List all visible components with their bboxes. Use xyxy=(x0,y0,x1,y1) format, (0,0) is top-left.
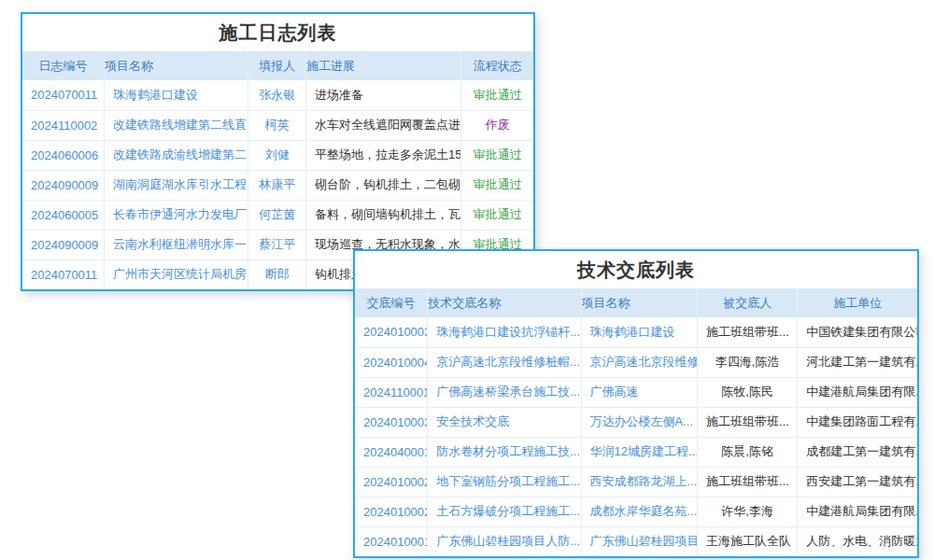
disclosure-name-cell-link[interactable]: 珠海鹤港口建设抗浮锚杆... xyxy=(428,317,581,347)
receivers-cell: 许华,李海 xyxy=(698,497,798,526)
project-name-cell-link[interactable]: 广州市天河区统计局机房... xyxy=(105,259,248,289)
table-row: 2024010001广东佛山碧桂园项目人防...广东佛山碧桂园项目王海施工队全队… xyxy=(355,526,917,556)
log-no-cell-link[interactable]: 2024090009 xyxy=(22,170,105,200)
table-row: 2024040001防水卷材分项工程施工技...华润12城房建工程...陈晨,陈… xyxy=(355,437,917,467)
reporter-cell-link[interactable]: 林康平 xyxy=(248,170,306,200)
project-name-cell-link[interactable]: 万达办公楼左侧A... xyxy=(581,407,698,437)
progress-cell: 水车对全线遮阳网覆盖点进... xyxy=(306,110,461,140)
table-row: 2024010002地下室钢筋分项工程施工...西安成都路龙湖上...施工班组带… xyxy=(355,467,917,497)
disclosure-name-cell-link[interactable]: 土石方爆破分项工程施工... xyxy=(428,497,581,526)
reporter-cell-link[interactable]: 蔡江平 xyxy=(248,230,306,259)
disclosure-name-cell-link[interactable]: 广佛高速桥梁承台施工技... xyxy=(428,377,581,407)
project-name-column-header: 项目名称 xyxy=(581,288,698,317)
flow-status-cell: 作废 xyxy=(461,110,533,140)
receivers-cell: 李四海,陈浩 xyxy=(698,347,798,377)
flow-status-cell: 审批通过 xyxy=(461,200,533,230)
receivers-cell: 陈晨,陈铭 xyxy=(698,437,798,467)
reporter-cell-link[interactable]: 断郎 xyxy=(248,259,306,289)
disclosure-no-cell-link[interactable]: 2024010004 xyxy=(355,347,428,377)
header-row: 交底编号技术交底名称项目名称被交底人施工单位 xyxy=(355,288,917,317)
project-name-cell-link[interactable]: 西安成都路龙湖上... xyxy=(581,467,698,497)
log-no-cell-link[interactable]: 2024060005 xyxy=(22,200,105,230)
log-no-column-header: 日志编号 xyxy=(22,51,105,80)
disclosure-name-column-header: 技术交底名称 xyxy=(428,288,581,317)
disclosure-no-cell-link[interactable]: 2024010003 xyxy=(355,317,428,347)
disclosure-no-cell-link[interactable]: 2024010003 xyxy=(355,407,428,437)
disclosure-no-cell-link[interactable]: 2024010002 xyxy=(355,467,428,497)
page: 施工日志列表 日志编号项目名称填报人施工进展流程状态2024070011珠海鹤港… xyxy=(0,0,934,560)
project-name-cell-link[interactable]: 长春市伊通河水力发电厂... xyxy=(105,200,248,230)
tech-disclosure-title: 技术交底列表 xyxy=(355,251,917,288)
project-name-cell-link[interactable]: 广东佛山碧桂园项目 xyxy=(581,526,698,556)
project-name-cell-link[interactable]: 湖南洞庭湖水库引水工程... xyxy=(105,170,248,200)
receivers-cell: 陈牧,陈民 xyxy=(698,377,798,407)
tech-disclosure-table: 交底编号技术交底名称项目名称被交底人施工单位2024010003珠海鹤港口建设抗… xyxy=(355,288,917,556)
table-row: 2024090009湖南洞庭湖水库引水工程...林康平砌台阶，钩机排土，二包砌.… xyxy=(22,170,533,200)
disclosure-name-cell-link[interactable]: 防水卷材分项工程施工技... xyxy=(428,437,581,467)
contractor-cell: 中国铁建集团有限公司 xyxy=(798,317,917,347)
project-name-cell-link[interactable]: 华润12城房建工程... xyxy=(581,437,698,467)
contractor-cell: 中建港航局集团有限... xyxy=(798,497,917,526)
construction-log-title: 施工日志列表 xyxy=(22,14,533,51)
log-no-cell-link[interactable]: 2024110002 xyxy=(22,110,105,140)
disclosure-name-cell-link[interactable]: 地下室钢筋分项工程施工... xyxy=(428,467,581,497)
receivers-cell: 施工班组带班... xyxy=(698,317,798,347)
flow-status-cell: 审批通过 xyxy=(461,140,533,170)
reporter-cell-link[interactable]: 刘健 xyxy=(248,140,306,170)
table-row: 2024010004京沪高速北京段维修桩帽...京沪高速北京段维修李四海,陈浩河… xyxy=(355,347,917,377)
contractor-cell: 西安建工第一建筑有... xyxy=(798,467,917,497)
project-name-cell-link[interactable]: 珠海鹤港口建设 xyxy=(581,317,698,347)
project-name-cell-link[interactable]: 广佛高速 xyxy=(581,377,698,407)
project-name-cell-link[interactable]: 成都水岸华庭名苑... xyxy=(581,497,698,526)
disclosure-no-cell-link[interactable]: 2024010002 xyxy=(355,497,428,526)
progress-cell: 进场准备 xyxy=(306,80,461,110)
receivers-cell: 施工班组带班... xyxy=(698,407,798,437)
contractor-cell: 人防、水电、消防暖通 xyxy=(798,526,917,556)
disclosure-name-cell-link[interactable]: 安全技术交底 xyxy=(428,407,581,437)
log-no-cell-link[interactable]: 2024060006 xyxy=(22,140,105,170)
flow-status-cell: 审批通过 xyxy=(461,170,533,200)
receivers-cell: 王海施工队全队 xyxy=(698,526,798,556)
header-row: 日志编号项目名称填报人施工进展流程状态 xyxy=(22,51,533,80)
reporter-cell-link[interactable]: 张永银 xyxy=(248,80,306,110)
disclosure-no-cell-link[interactable]: 2024040001 xyxy=(355,437,428,467)
table-row: 2024010003珠海鹤港口建设抗浮锚杆...珠海鹤港口建设施工班组带班...… xyxy=(355,317,917,347)
table-row: 2024060005长春市伊通河水力发电厂...何芷茵备料，砌间墙钩机排土，瓦.… xyxy=(22,200,533,230)
log-no-cell-link[interactable]: 2024070011 xyxy=(22,80,105,110)
progress-cell: 砌台阶，钩机排土，二包砌... xyxy=(306,170,461,200)
disclosure-no-cell-link[interactable]: 2024010001 xyxy=(355,526,428,556)
contractor-column-header: 施工单位 xyxy=(798,288,917,317)
table-row: 2024110002改建铁路线增建第二线直...柯英水车对全线遮阳网覆盖点进..… xyxy=(22,110,533,140)
disclosure-name-cell-link[interactable]: 广东佛山碧桂园项目人防... xyxy=(428,526,581,556)
contractor-cell: 中建港航局集团有限... xyxy=(798,377,917,407)
project-name-cell-link[interactable]: 京沪高速北京段维修 xyxy=(581,347,698,377)
table-row: 2024070011珠海鹤港口建设张永银进场准备审批通过 xyxy=(22,80,533,110)
table-row: 2024110001广佛高速桥梁承台施工技...广佛高速陈牧,陈民中建港航局集团… xyxy=(355,377,917,407)
disclosure-name-cell-link[interactable]: 京沪高速北京段维修桩帽... xyxy=(428,347,581,377)
project-name-cell-link[interactable]: 珠海鹤港口建设 xyxy=(105,80,248,110)
project-name-cell-link[interactable]: 改建铁路线增建第二线直... xyxy=(105,110,248,140)
disclosure-no-column-header: 交底编号 xyxy=(355,288,428,317)
reporter-column-header: 填报人 xyxy=(248,51,306,80)
progress-column-header: 施工进展 xyxy=(306,51,461,80)
project-name-column-header: 项目名称 xyxy=(105,51,248,80)
log-no-cell-link[interactable]: 2024070011 xyxy=(22,259,105,289)
receivers-column-header: 被交底人 xyxy=(698,288,798,317)
table-row: 2024010002土石方爆破分项工程施工...成都水岸华庭名苑...许华,李海… xyxy=(355,497,917,526)
reporter-cell-link[interactable]: 柯英 xyxy=(248,110,306,140)
project-name-cell-link[interactable]: 改建铁路成渝线增建第二... xyxy=(105,140,248,170)
disclosure-no-cell-link[interactable]: 2024110001 xyxy=(355,377,428,407)
progress-cell: 平整场地，拉走多余泥土15... xyxy=(306,140,461,170)
project-name-cell-link[interactable]: 云南水利枢纽潜明水库一... xyxy=(105,230,248,259)
table-row: 2024060006改建铁路成渝线增建第二...刘健平整场地，拉走多余泥土15.… xyxy=(22,140,533,170)
contractor-cell: 河北建工第一建筑有... xyxy=(798,347,917,377)
contractor-cell: 成都建工第一建筑有... xyxy=(798,437,917,467)
log-no-cell-link[interactable]: 2024090009 xyxy=(22,230,105,259)
receivers-cell: 施工班组带班... xyxy=(698,467,798,497)
tech-disclosure-panel: 技术交底列表 交底编号技术交底名称项目名称被交底人施工单位2024010003珠… xyxy=(353,249,919,558)
progress-cell: 备料，砌间墙钩机排土，瓦... xyxy=(306,200,461,230)
table-row: 2024010003安全技术交底万达办公楼左侧A...施工班组带班...中建集团… xyxy=(355,407,917,437)
reporter-cell-link[interactable]: 何芷茵 xyxy=(248,200,306,230)
flow-status-column-header: 流程状态 xyxy=(461,51,533,80)
flow-status-cell: 审批通过 xyxy=(461,80,533,110)
